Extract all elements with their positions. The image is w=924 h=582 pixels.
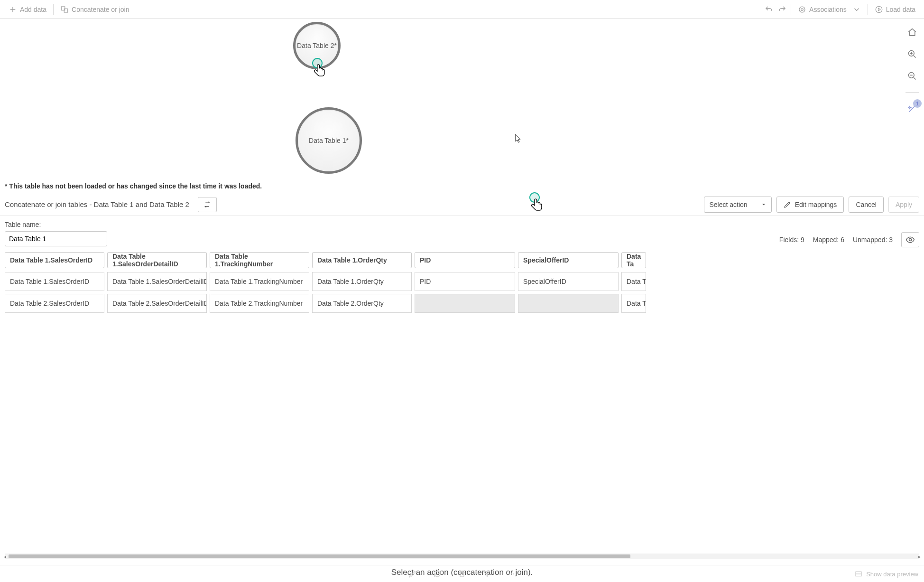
- add-data-label: Add data: [20, 6, 46, 13]
- top-toolbar: Add data Concatenate or join Association…: [0, 0, 924, 19]
- map-cell-empty[interactable]: [518, 294, 619, 313]
- col-header[interactable]: Data Table 1.SalesOrderID: [5, 252, 104, 268]
- toolbar-separator: [791, 4, 791, 15]
- svg-point-4: [876, 6, 882, 13]
- recommendations-badge: 1: [913, 99, 922, 108]
- svg-point-10: [513, 573, 514, 574]
- arrow-cursor: [515, 134, 522, 143]
- tables-icon: [60, 5, 69, 14]
- data-model-canvas[interactable]: Data Table 2* Data Table 1* * This table…: [0, 19, 924, 193]
- refresh-icon-button[interactable]: [432, 569, 443, 579]
- select-action-dropdown[interactable]: Select action: [704, 197, 771, 213]
- concat-join-button[interactable]: Concatenate or join: [55, 2, 134, 17]
- redo-button[interactable]: [776, 3, 789, 16]
- apply-button[interactable]: Apply: [888, 197, 919, 213]
- associations-dropdown[interactable]: Associations: [793, 2, 866, 17]
- canvas-footnote: * This table has not been loaded or has …: [5, 182, 262, 190]
- cancel-button[interactable]: Cancel: [849, 197, 884, 213]
- map-cell[interactable]: SpecialOfferID: [518, 272, 619, 291]
- recommendations-button[interactable]: 1: [906, 102, 919, 115]
- play-circle-icon: [875, 5, 883, 14]
- more-horizontal-icon: [507, 570, 516, 578]
- delete-icon-button[interactable]: [457, 569, 467, 579]
- eye-icon: [906, 235, 915, 244]
- map-cell[interactable]: Data Table 2.TrackingNumber: [210, 294, 309, 313]
- associations-icon: [798, 5, 806, 14]
- pencil-icon: [784, 201, 791, 208]
- map-cell[interactable]: Data Table 2.SalesOrderID: [5, 294, 104, 313]
- svg-point-7: [909, 239, 912, 241]
- bottom-bar: Show data preview: [0, 565, 924, 582]
- col-header[interactable]: Data Table 1.SalesOrderDetailID: [107, 252, 207, 268]
- table-bubble-2-label: Data Table 2*: [297, 42, 337, 49]
- cancel-label: Cancel: [856, 201, 877, 208]
- scrollbar-thumb[interactable]: [9, 554, 630, 558]
- svg-point-3: [799, 7, 805, 12]
- scroll-right-arrow[interactable]: ▸: [917, 553, 922, 560]
- trash-icon: [458, 570, 466, 578]
- swap-icon: [203, 200, 212, 209]
- map-cell[interactable]: Data Table 2.SalesOrderDetailID: [107, 294, 207, 313]
- edit-icon-button[interactable]: [407, 569, 418, 579]
- map-cell[interactable]: Data Ta: [621, 294, 646, 313]
- col-header[interactable]: PID: [415, 252, 515, 268]
- table-bubble-2[interactable]: Data Table 2*: [293, 22, 341, 69]
- refresh-icon: [433, 570, 442, 578]
- counts-row: Fields: 9 Mapped: 6 Unmapped: 3: [779, 232, 919, 247]
- map-cell-empty[interactable]: [415, 294, 515, 313]
- table-bubble-1[interactable]: Data Table 1*: [296, 107, 362, 174]
- map-cell[interactable]: Data Table 2.OrderQty: [312, 294, 412, 313]
- mapping-grid: Data Table 1.SalesOrderID Data Table 1.S…: [5, 252, 919, 552]
- associations-label: Associations: [809, 6, 847, 13]
- svg-point-8: [508, 573, 510, 574]
- pencil-icon: [408, 570, 417, 578]
- chevron-down-icon: [852, 5, 861, 14]
- select-action-label: Select action: [709, 201, 747, 208]
- panel-icon: [855, 570, 862, 578]
- col-header[interactable]: Data Table 1.OrderQty: [312, 252, 412, 268]
- filter-icon-button[interactable]: [481, 569, 492, 579]
- home-button[interactable]: [906, 26, 919, 39]
- map-cell[interactable]: PID: [415, 272, 515, 291]
- home-icon: [907, 28, 917, 37]
- zoom-out-icon: [907, 71, 917, 81]
- scroll-left-arrow[interactable]: ◂: [2, 553, 7, 560]
- load-data-label: Load data: [886, 6, 915, 13]
- more-icon-button[interactable]: [506, 569, 517, 579]
- col-header[interactable]: Data Ta: [621, 252, 646, 268]
- concat-join-label: Concatenate or join: [72, 6, 129, 13]
- plus-icon: [9, 5, 17, 14]
- zoom-in-button[interactable]: [906, 47, 919, 61]
- concat-join-panel: Concatenate or join tables - Data Table …: [0, 193, 924, 582]
- load-data-button[interactable]: Load data: [870, 2, 920, 17]
- add-data-button[interactable]: Add data: [4, 2, 51, 17]
- map-cell[interactable]: Data Table 1.SalesOrderDetailID: [107, 272, 207, 291]
- undo-button[interactable]: [762, 3, 776, 16]
- map-cell[interactable]: Data Ta: [621, 272, 646, 291]
- undo-icon: [765, 5, 773, 14]
- zoom-in-icon: [907, 49, 917, 59]
- rail-divider: [906, 92, 919, 93]
- table-name-input[interactable]: [5, 231, 107, 246]
- col-header[interactable]: SpecialOfferID: [518, 252, 619, 268]
- zoom-out-button[interactable]: [906, 69, 919, 83]
- svg-point-9: [511, 573, 512, 574]
- panel-title: Concatenate or join tables - Data Table …: [5, 200, 189, 208]
- table-name-label: Table name:: [5, 221, 919, 228]
- map-cell[interactable]: Data Table 1.SalesOrderID: [5, 272, 104, 291]
- map-cell[interactable]: Data Table 1.OrderQty: [312, 272, 412, 291]
- map-cell[interactable]: Data Table 1.TrackingNumber: [210, 272, 309, 291]
- preview-toggle-button[interactable]: [901, 232, 919, 247]
- apply-label: Apply: [896, 201, 912, 208]
- show-data-preview-button[interactable]: Show data preview: [855, 565, 918, 582]
- swap-tables-button[interactable]: [198, 197, 217, 212]
- table-bubble-1-label: Data Table 1*: [309, 137, 349, 144]
- edit-mappings-button[interactable]: Edit mappings: [776, 197, 844, 213]
- caret-down-icon: [761, 202, 767, 207]
- horizontal-scrollbar[interactable]: ◂ ▸: [5, 554, 919, 559]
- show-preview-label: Show data preview: [866, 571, 918, 578]
- toolbar-separator: [53, 4, 54, 15]
- right-rail: 1: [903, 26, 921, 115]
- edit-mappings-label: Edit mappings: [795, 201, 837, 208]
- col-header[interactable]: Data Table 1.TrackingNumber: [210, 252, 309, 268]
